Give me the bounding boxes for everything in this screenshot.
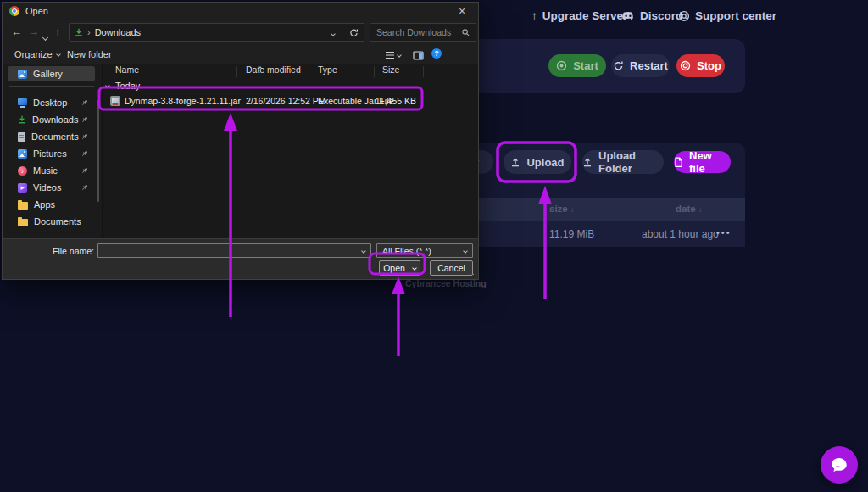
sidebar-item-pictures[interactable]: Pictures [8, 146, 95, 161]
open-file-dialog: Open × ← → ↑ › Downloads Search Download… [2, 2, 479, 280]
file-name-label: File name: [47, 246, 94, 256]
folder-icon [18, 219, 28, 226]
new-file-label: New file [689, 149, 731, 175]
discord-label: Discord [640, 9, 682, 22]
file-name-input[interactable] [97, 243, 371, 258]
support-center-label: Support center [695, 9, 776, 22]
date-column-header[interactable]: date↓ [676, 204, 703, 214]
dialog-title: Open [25, 6, 48, 16]
pin-icon[interactable] [81, 182, 88, 193]
search-input[interactable]: Search Downloads [370, 23, 476, 42]
up-icon[interactable]: ↑ [55, 25, 61, 38]
close-icon[interactable]: × [453, 4, 471, 18]
new-folder-button[interactable]: New folder [67, 49, 112, 59]
chevron-down-icon [361, 249, 366, 254]
forward-icon[interactable]: → [28, 25, 39, 38]
sidebar-item-music[interactable]: ♪ Music [8, 163, 95, 178]
sidebar-item-desktop[interactable]: Desktop [8, 95, 95, 110]
file-size: 11,455 KB [369, 96, 416, 106]
new-file-icon [674, 157, 683, 168]
dialog-toolbar: Organize New folder ? [3, 45, 478, 64]
column-name[interactable]: Name [115, 64, 139, 78]
stop-label: Stop [697, 59, 721, 72]
document-icon [18, 132, 25, 142]
restart-button[interactable]: Restart [611, 54, 670, 77]
sidebar-item-downloads[interactable]: Downloads [8, 112, 95, 127]
file-name: Dynmap-3.8-forge-1.21.11.jar [125, 96, 241, 106]
file-type-select[interactable]: All Files (*.*) [376, 243, 473, 258]
breadcrumb-chevron-icon: › [87, 27, 91, 37]
recent-locations-icon[interactable] [43, 30, 47, 42]
row-menu-button[interactable]: ••• [716, 227, 732, 238]
help-icon[interactable]: ? [431, 48, 442, 59]
sort-desc-icon: ↓ [698, 204, 703, 214]
jar-file-icon [110, 96, 120, 106]
file-list-pane: Name Date modified Type Size Today Dynma… [103, 64, 478, 238]
sidebar-item-documents-folder[interactable]: Documents [8, 214, 95, 229]
pin-icon[interactable] [81, 165, 88, 176]
discord-icon [621, 11, 635, 21]
file-date-cell: about 1 hour ago [642, 228, 719, 240]
discord-link[interactable]: Discord [621, 9, 682, 22]
sort-desc-icon: ↓ [570, 204, 575, 214]
dialog-body: Gallery Desktop Downloads Documents Pict… [3, 64, 478, 238]
breadcrumb[interactable]: Downloads [95, 27, 141, 37]
column-date-modified[interactable]: Date modified [246, 64, 301, 78]
open-split-dropdown[interactable] [409, 261, 420, 275]
upload-folder-icon [582, 157, 593, 167]
back-icon[interactable]: ← [11, 25, 22, 38]
refresh-icon[interactable] [349, 28, 359, 37]
column-size[interactable]: Size [382, 64, 399, 78]
restart-icon [613, 60, 624, 71]
address-dropdown-icon[interactable] [331, 27, 335, 37]
support-center-link[interactable]: Support center [678, 9, 776, 22]
sidebar-item-apps[interactable]: Apps [8, 197, 95, 212]
file-row[interactable]: Dynmap-3.8-forge-1.21.11.jar 2/16/2026 1… [104, 92, 473, 110]
upgrade-server-link[interactable]: ↑ Upgrade Server [531, 9, 627, 22]
organize-button[interactable]: Organize [14, 49, 60, 59]
arrow-up-icon: ↑ [531, 9, 537, 22]
upload-button[interactable]: Upload [504, 150, 571, 174]
upload-label: Upload [526, 156, 564, 169]
address-bar[interactable]: › Downloads [69, 23, 364, 42]
sidebar-divider [9, 86, 94, 87]
open-button[interactable]: Open [379, 260, 420, 276]
new-file-button[interactable]: New file [674, 151, 731, 173]
collapse-chevron-icon [105, 83, 110, 88]
view-details-icon[interactable] [385, 51, 395, 59]
sidebar-item-gallery[interactable]: Gallery [8, 66, 95, 81]
pin-icon[interactable] [81, 148, 88, 159]
pin-icon[interactable] [81, 115, 88, 125]
sidebar-item-documents[interactable]: Documents [8, 129, 95, 144]
size-column-header[interactable]: size↓ [549, 204, 575, 214]
search-icon [462, 29, 470, 36]
upload-folder-label: Upload Folder [598, 149, 664, 175]
restart-label: Restart [630, 59, 668, 72]
upgrade-server-label: Upgrade Server [542, 9, 628, 22]
power-circle-icon [556, 60, 567, 71]
column-type[interactable]: Type [318, 64, 337, 78]
chat-bubble-icon [829, 455, 849, 475]
chevron-down-icon [463, 249, 468, 254]
chrome-logo-icon [9, 6, 19, 16]
chat-widget-button[interactable] [821, 446, 858, 484]
downloads-icon [18, 115, 26, 124]
sidebar-item-videos[interactable]: ▶ Videos [8, 180, 95, 195]
file-date-modified: 2/16/2026 12:52 PM [246, 96, 326, 106]
upload-folder-button[interactable]: Upload Folder [582, 150, 664, 174]
dialog-titlebar: Open × [3, 3, 478, 20]
sidebar-scrollbar[interactable] [97, 100, 99, 202]
start-label: Start [573, 59, 598, 72]
pin-icon[interactable] [81, 98, 88, 108]
desktop-icon [18, 98, 27, 105]
pin-icon[interactable] [81, 131, 88, 142]
start-button[interactable]: Start [548, 54, 606, 77]
group-today[interactable]: Today [106, 81, 140, 91]
support-icon [678, 10, 690, 22]
dialog-navbar: ← → ↑ › Downloads Search Downloads [3, 20, 478, 45]
view-dropdown-icon[interactable] [398, 53, 401, 57]
search-placeholder: Search Downloads [376, 27, 451, 37]
cancel-button[interactable]: Cancel [430, 260, 473, 276]
preview-pane-icon[interactable] [413, 51, 424, 60]
stop-button[interactable]: Stop [676, 54, 725, 77]
